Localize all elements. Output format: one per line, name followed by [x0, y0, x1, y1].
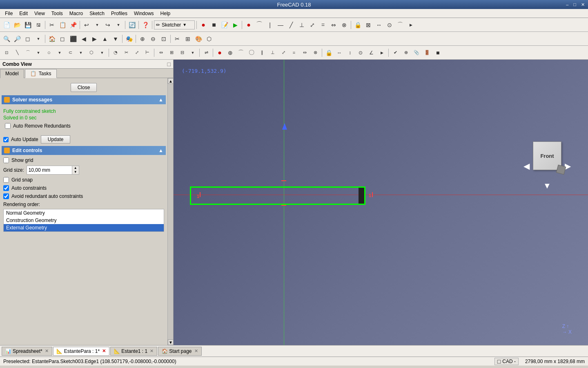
c-parallel-btn[interactable]: ∥: [257, 48, 267, 58]
scroll-up-btn[interactable]: ▲: [168, 78, 174, 84]
auto-update-checkbox[interactable]: [3, 137, 9, 142]
workbench-dropdown[interactable]: ✏ Sketcher ▼: [154, 20, 195, 29]
render-item-construction[interactable]: Construction Geometry: [4, 217, 164, 224]
projection-btn[interactable]: ⬡: [204, 34, 214, 44]
menu-file[interactable]: File: [2, 10, 16, 17]
save-as-btn[interactable]: 🖫: [33, 20, 43, 30]
clip2-btn[interactable]: ⊞: [183, 34, 193, 44]
sketch-toggle-btn[interactable]: ⇌: [201, 48, 211, 58]
clip-btn[interactable]: ✂: [172, 34, 182, 44]
c-sym-btn[interactable]: ⇔: [300, 48, 310, 58]
menu-tools[interactable]: Tools: [48, 10, 66, 17]
diag-btn[interactable]: ╱: [286, 20, 296, 30]
menu-sketch[interactable]: Sketch: [86, 10, 108, 17]
tab-startpage-close[interactable]: ✕: [194, 348, 198, 354]
c-angle-btn[interactable]: ∠: [366, 48, 376, 58]
sym-btn[interactable]: ⇔: [329, 20, 339, 30]
hline-btn[interactable]: —: [276, 20, 285, 30]
tab-tasks[interactable]: 📋 Tasks: [25, 69, 57, 78]
close-task-button[interactable]: Close: [71, 83, 97, 92]
solver-collapse-btn[interactable]: ▲: [158, 97, 163, 103]
drawstyle-dd-btn[interactable]: ▼: [33, 34, 43, 44]
c-dist-btn[interactable]: ↕: [345, 48, 355, 58]
grid-size-input[interactable]: [27, 166, 72, 174]
paste-btn[interactable]: 📌: [68, 20, 78, 30]
lock-btn[interactable]: 🔒: [353, 20, 363, 30]
tab-spreadsheet[interactable]: 📊 Spreadsheet* ✕: [2, 347, 52, 356]
c-more-btn[interactable]: ▶: [377, 48, 387, 58]
render-item-normal[interactable]: Normal Geometry: [4, 209, 164, 217]
sketch-conic-btn[interactable]: ⊂: [65, 48, 75, 58]
edit-collapse-btn[interactable]: ▲: [158, 148, 163, 153]
c-equal-btn[interactable]: =: [289, 48, 299, 58]
sketch-extend-btn[interactable]: ⤢: [132, 48, 142, 58]
nav-arrow-right[interactable]: ▶: [565, 161, 571, 171]
c-vert-btn[interactable]: ⌒: [236, 48, 246, 58]
record-btn[interactable]: ●: [198, 20, 208, 30]
maximize-button[interactable]: □: [572, 2, 578, 7]
sketch-attach-btn[interactable]: 📎: [412, 48, 421, 58]
tab-spreadsheet-close[interactable]: ✕: [45, 348, 49, 354]
sketch-arc-dd-btn[interactable]: ▼: [33, 48, 43, 58]
more-btn[interactable]: ▶: [406, 20, 416, 30]
top-view-btn[interactable]: ⬛: [68, 34, 78, 44]
nav-cube-face[interactable]: Front: [533, 141, 561, 170]
tab-model[interactable]: Model: [0, 69, 24, 78]
refresh-btn[interactable]: 🔄: [127, 20, 137, 30]
radius-btn[interactable]: ⊙: [385, 20, 394, 30]
auto-remove-checkbox[interactable]: [5, 123, 11, 129]
scroll-track[interactable]: [168, 84, 173, 339]
textures-btn[interactable]: 🎨: [194, 34, 203, 44]
point-btn[interactable]: ●: [244, 20, 254, 30]
grid-snap-checkbox[interactable]: [3, 177, 9, 183]
nav-arrow-left[interactable]: ◀: [523, 161, 530, 171]
stereo-btn[interactable]: 🎭: [124, 34, 134, 44]
c-lock-btn[interactable]: 🔒: [324, 48, 334, 58]
sketch-mirror-btn[interactable]: ⇔: [156, 48, 166, 58]
menu-edit[interactable]: Edit: [16, 10, 31, 17]
navigation-cube[interactable]: ▲ ▼ ◀ ▶ Front: [523, 133, 564, 182]
front-view-btn[interactable]: ◻: [58, 34, 67, 44]
sketch-circle-btn[interactable]: ○: [44, 48, 54, 58]
minimize-button[interactable]: –: [564, 2, 570, 7]
menu-windows[interactable]: Windows: [131, 10, 157, 17]
sketch-point-btn[interactable]: ⊡: [2, 48, 11, 58]
undo-dropdown-btn[interactable]: ▼: [92, 20, 102, 30]
tab-startpage[interactable]: 🏠 Start page ✕: [158, 347, 201, 356]
auto-constraints-checkbox[interactable]: [3, 185, 9, 191]
block-btn[interactable]: ⊗: [339, 20, 349, 30]
perp-btn[interactable]: ⊥: [297, 20, 307, 30]
copy-btn[interactable]: 📋: [58, 20, 67, 30]
c-coincident-btn[interactable]: ●: [215, 48, 225, 58]
open-file-btn[interactable]: 📂: [12, 20, 22, 30]
c-block-btn[interactable]: ⊗: [310, 48, 320, 58]
c-radius-btn[interactable]: ⊙: [356, 48, 365, 58]
bottom-view-btn[interactable]: ▼: [111, 34, 120, 44]
save-btn[interactable]: 💾: [23, 20, 33, 30]
c-perp-btn[interactable]: ⊥: [268, 48, 278, 58]
fitsel-btn[interactable]: 🔎: [12, 34, 22, 44]
dist-btn[interactable]: ↔: [374, 20, 384, 30]
sketch-stop-btn[interactable]: ⏹: [433, 48, 443, 58]
tab-estantepara-close[interactable]: ✕: [102, 348, 106, 354]
line-btn[interactable]: |: [265, 20, 275, 30]
stop-btn[interactable]: ■: [209, 20, 219, 30]
step-btn[interactable]: 📝: [220, 20, 229, 30]
sketch-leave-btn[interactable]: 🚪: [422, 48, 432, 58]
menu-help[interactable]: Help: [157, 10, 174, 17]
show-grid-checkbox[interactable]: [3, 157, 9, 163]
equal-btn[interactable]: =: [318, 20, 328, 30]
zoom-out-btn[interactable]: ⊖: [148, 34, 158, 44]
play-btn[interactable]: ▶: [230, 20, 240, 30]
zoom-in-btn[interactable]: ⊕: [138, 34, 147, 44]
menu-macro[interactable]: Macro: [66, 10, 86, 17]
right-view-btn[interactable]: ◀: [79, 34, 89, 44]
sketch-fillet-btn[interactable]: ◔: [111, 48, 120, 58]
avoid-redundant-checkbox[interactable]: [3, 193, 9, 199]
sketch-validate-btn[interactable]: ✔: [390, 48, 400, 58]
new-file-btn[interactable]: 📄: [2, 20, 11, 30]
menu-view[interactable]: View: [31, 10, 48, 17]
sketch-poly-dd-btn[interactable]: ▼: [97, 48, 107, 58]
close-window-button[interactable]: ✕: [579, 2, 586, 7]
sketch-trim-btn[interactable]: ✂: [121, 48, 131, 58]
